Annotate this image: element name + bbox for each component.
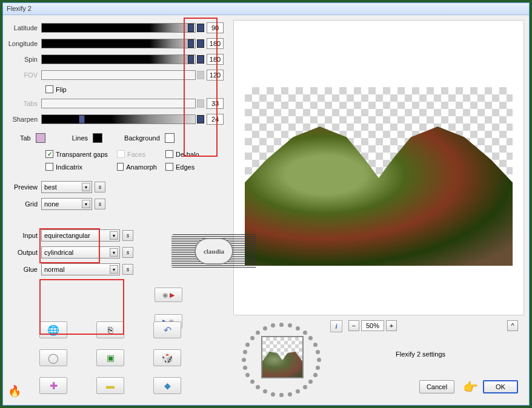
glue-select[interactable]: normal▾: [41, 263, 120, 275]
longitude-label: Longitude: [8, 40, 41, 47]
flip-row: Flip: [45, 85, 224, 93]
ok-button[interactable]: OK: [483, 380, 518, 393]
latitude-end[interactable]: [197, 24, 204, 32]
edges-label: Edges: [176, 163, 195, 171]
grid-s-button[interactable]: s: [95, 199, 105, 209]
info-button[interactable]: i: [330, 320, 342, 332]
glue-s-button[interactable]: s: [122, 264, 133, 275]
brick-button[interactable]: ▬: [96, 377, 124, 394]
collapse-button[interactable]: ^: [507, 320, 518, 331]
output-select[interactable]: cylindrical▾: [41, 246, 120, 258]
sharpen-row: Sharpen 24: [8, 113, 224, 126]
controls-panel: Latitude 90 Longitude 180 Spin 180 FOV: [3, 15, 228, 405]
zoom-value[interactable]: 50%: [361, 320, 384, 331]
flip-checkbox[interactable]: [45, 85, 53, 93]
longitude-value[interactable]: 180: [207, 38, 224, 49]
bottom-bar: i − 50% + ^ Flexify 2 settings Cancel 👉 …: [233, 315, 524, 400]
thumbnail-ring[interactable]: [236, 320, 327, 399]
latitude-row: Latitude 90: [8, 21, 224, 35]
fire-icon[interactable]: 🔥: [8, 384, 21, 398]
copy-button[interactable]: ⎘: [96, 321, 124, 338]
grid-label: Grid: [8, 200, 41, 208]
sharpen-value[interactable]: 24: [207, 114, 224, 125]
lines-swatch[interactable]: [93, 133, 102, 143]
sharpen-end[interactable]: [197, 115, 204, 123]
fov-label: FOV: [8, 71, 41, 79]
edges-checkbox[interactable]: [165, 163, 173, 171]
fov-slider: [41, 70, 196, 80]
undo-button[interactable]: ↶: [153, 321, 181, 338]
titlebar: Flexify 2: [3, 3, 529, 15]
preview-label: Preview: [8, 183, 41, 191]
tabs-slider: [41, 99, 196, 108]
dialog-buttons: Cancel 👉 OK: [419, 380, 518, 394]
transparent-gaps-label: Transparent gaps: [56, 151, 108, 158]
background-swatch[interactable]: [165, 133, 175, 143]
background-color-label: Background: [124, 134, 160, 142]
tabs-value[interactable]: 33: [207, 98, 224, 109]
transparent-gaps-checkbox[interactable]: [45, 150, 53, 158]
spin-slider[interactable]: [41, 54, 196, 64]
color-row: Tab Lines Background: [20, 133, 224, 143]
spin-row: Spin 180: [8, 53, 224, 66]
gem-button[interactable]: ◆: [153, 377, 181, 394]
thumbnail[interactable]: [261, 336, 304, 378]
preview-panel: i − 50% + ^ Flexify 2 settings Cancel 👉 …: [228, 15, 529, 405]
indicatrix-checkbox[interactable]: [45, 163, 53, 171]
spin-end[interactable]: [197, 55, 204, 64]
ring-button[interactable]: ◯: [39, 349, 67, 366]
chevron-down-icon: ▾: [110, 231, 118, 240]
glue-label: Glue: [8, 266, 41, 273]
cancel-button[interactable]: Cancel: [419, 380, 454, 393]
output-s-button[interactable]: s: [122, 247, 133, 258]
disc-play-button[interactable]: ◉▶: [155, 288, 182, 302]
sharpen-slider[interactable]: [41, 114, 196, 124]
grid-select[interactable]: none▾: [41, 198, 92, 210]
output-label: Output: [8, 249, 41, 256]
copy-icon: ⎘: [108, 325, 113, 335]
tabs-row: Tabs 33: [8, 97, 224, 110]
latitude-value[interactable]: 90: [207, 22, 224, 33]
tab-swatch[interactable]: [36, 133, 45, 143]
tabs-label: Tabs: [8, 100, 41, 107]
zoom-out-button[interactable]: −: [348, 320, 359, 331]
spin-value[interactable]: 180: [207, 54, 224, 65]
longitude-end[interactable]: [197, 39, 204, 48]
preview-s-button[interactable]: s: [95, 182, 105, 192]
spin-label: Spin: [8, 56, 41, 63]
input-label: Input: [8, 232, 41, 239]
tabs-end: [197, 99, 204, 108]
latitude-slider[interactable]: [41, 23, 196, 33]
sharpen-label: Sharpen: [8, 116, 41, 123]
zoom-in-button[interactable]: +: [386, 320, 397, 331]
dice-button[interactable]: 🎲: [153, 349, 181, 366]
square-button[interactable]: ▣: [96, 349, 124, 366]
content: Latitude 90 Longitude 180 Spin 180 FOV: [3, 15, 529, 405]
latitude-label: Latitude: [8, 24, 41, 31]
watermark: claudia: [171, 234, 256, 268]
plus-button[interactable]: ✚: [39, 377, 67, 394]
square-icon: ▣: [107, 353, 115, 363]
longitude-slider[interactable]: [41, 39, 196, 48]
watermark-text: claudia: [195, 238, 233, 265]
brick-icon: ▬: [106, 381, 115, 390]
fov-end: [197, 71, 204, 79]
flip-label: Flip: [56, 86, 67, 93]
globe-button[interactable]: 🌐: [39, 321, 67, 338]
input-select[interactable]: equirectangular▾: [41, 229, 120, 242]
anamorph-checkbox[interactable]: [117, 163, 124, 171]
fov-value[interactable]: 120: [207, 70, 224, 81]
preview-select[interactable]: best▾: [41, 181, 92, 193]
input-s-button[interactable]: s: [122, 230, 133, 241]
window-title: Flexify 2: [7, 5, 32, 12]
plus-icon: ✚: [50, 380, 58, 392]
globe-icon: 🌐: [47, 324, 59, 336]
ring-icon: ◯: [48, 352, 59, 364]
preview-canvas[interactable]: [233, 20, 524, 315]
tab-color-label: Tab: [20, 134, 31, 142]
chevron-down-icon: ▾: [110, 265, 118, 274]
faces-checkbox: [117, 150, 125, 158]
dehalo-checkbox[interactable]: [165, 150, 173, 158]
chevron-down-icon: ▾: [82, 200, 90, 208]
preview-row: Preview best▾ s: [8, 180, 224, 194]
